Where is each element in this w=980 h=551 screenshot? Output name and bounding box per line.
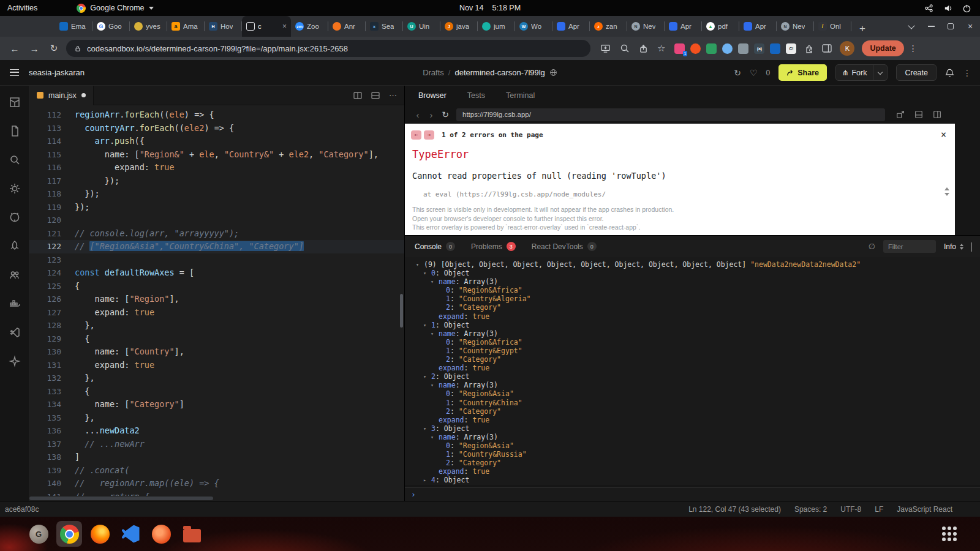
tab-search-icon[interactable]: [902, 16, 921, 37]
console-line[interactable]: 1: "Country&Russia": [416, 450, 980, 459]
code-line[interactable]: 137 // ...newArr: [29, 438, 404, 451]
share-icon[interactable]: [639, 44, 648, 53]
console-filter-input[interactable]: [883, 240, 936, 253]
like-heart-icon[interactable]: ♡: [750, 68, 758, 78]
extension-icon[interactable]: [738, 43, 748, 54]
console-output[interactable]: ▾ (9) [Object, Object, Object, Object, O…: [405, 257, 980, 485]
disclosure-arrow-icon[interactable]: ▾: [423, 321, 431, 329]
extension-icon[interactable]: [690, 43, 701, 54]
open-external-icon[interactable]: [896, 110, 905, 119]
overlay-scrollbar[interactable]: [944, 187, 949, 196]
code-line[interactable]: 126 name: ["Region"],: [29, 293, 404, 306]
log-level-select[interactable]: Info: [944, 242, 963, 251]
browser-tab[interactable]: ▲ pdf: [702, 16, 739, 37]
extensions-puzzle-icon[interactable]: [804, 43, 814, 53]
console-line[interactable]: expand: true: [416, 416, 980, 424]
browser-tab[interactable]: jum: [478, 16, 515, 37]
files-icon[interactable]: [179, 521, 205, 547]
browser-tab[interactable]: Apr: [739, 16, 777, 37]
code-line[interactable]: 132 },: [29, 372, 404, 385]
console-line[interactable]: expand: true: [416, 312, 980, 321]
gimp-icon[interactable]: G: [26, 521, 51, 547]
preview-tab[interactable]: Terminal: [506, 91, 535, 100]
extension-icon[interactable]: (a): [754, 43, 764, 54]
split-right-icon[interactable]: [933, 110, 941, 119]
code-line[interactable]: 122 // ["Region&Asia","Country&China", "…: [29, 240, 404, 253]
code-line[interactable]: 136 ...newData2: [29, 424, 404, 438]
search-icon[interactable]: [3, 148, 26, 171]
collapse-panel-icon[interactable]: [971, 242, 972, 251]
console-line[interactable]: expand: true: [416, 364, 980, 372]
console-line[interactable]: ▾ 0: Object: [416, 269, 980, 277]
console-line[interactable]: 0: "Region&Africa": [416, 286, 980, 294]
settings-gear-icon[interactable]: [3, 177, 26, 200]
new-tab-button[interactable]: +: [854, 21, 870, 37]
code-line[interactable]: 128 },: [29, 319, 404, 332]
extension-icon[interactable]: 1: [674, 43, 685, 54]
prev-error-button[interactable]: ←: [411, 130, 421, 140]
lock-icon[interactable]: [74, 45, 81, 53]
console-line[interactable]: 2: "Category": [416, 355, 980, 364]
browser-tab[interactable]: z zan: [590, 16, 627, 37]
code-line[interactable]: 123: [29, 253, 404, 267]
fork-main[interactable]: ⋔ Fork: [836, 68, 873, 77]
code-line[interactable]: 119 });: [29, 201, 404, 214]
firefox-icon[interactable]: [87, 521, 113, 547]
console-line[interactable]: ▾ name: Array(3): [416, 433, 980, 441]
eol-type[interactable]: LF: [875, 505, 883, 514]
disclosure-arrow-icon[interactable]: ▾: [431, 433, 439, 441]
code-line[interactable]: 125 {: [29, 280, 404, 293]
console-line[interactable]: 2: "Category": [416, 459, 980, 467]
app-menu[interactable]: Google Chrome: [77, 4, 153, 13]
notifications-bell-icon[interactable]: [945, 68, 954, 78]
overlay-close-icon[interactable]: ×: [941, 129, 946, 140]
next-error-button[interactable]: →: [424, 130, 434, 140]
browser-tab[interactable]: / Onl: [814, 16, 851, 37]
browser-menu-icon[interactable]: ⋮: [909, 43, 918, 53]
code-line[interactable]: 121 // console.log(arr, "arrayyyyy");: [29, 227, 404, 241]
header-menu-icon[interactable]: ⋮: [963, 68, 971, 78]
deploy-rocket-icon[interactable]: [3, 234, 26, 258]
extension-icon[interactable]: C!: [786, 43, 796, 54]
install-icon[interactable]: [600, 44, 611, 53]
language-mode[interactable]: JavaScript React: [897, 505, 952, 514]
disclosure-arrow-icon[interactable]: ▾: [431, 381, 439, 389]
show-apps-grid-icon[interactable]: [942, 527, 957, 541]
code-line[interactable]: 133 {: [29, 385, 404, 399]
disclosure-arrow-icon[interactable]: ▾: [423, 372, 431, 381]
preview-tab[interactable]: Browser: [418, 91, 447, 100]
editor-tab-mainjsx[interactable]: main.jsx: [29, 86, 94, 105]
browser-tab[interactable]: yves: [130, 16, 167, 37]
console-line[interactable]: ▾ name: Array(3): [416, 277, 980, 286]
side-panel-icon[interactable]: [822, 44, 832, 53]
console-line[interactable]: 2: "Category": [416, 407, 980, 416]
code-line[interactable]: 129 {: [29, 332, 404, 346]
code-line[interactable]: 127 expand: true: [29, 306, 404, 320]
browser-tab[interactable]: x Sea: [366, 16, 403, 37]
browser-tab[interactable]: U Uin: [403, 16, 440, 37]
url-text[interactable]: codesandbox.io/s/determined-carson-7l99l…: [87, 44, 348, 53]
browser-tab[interactable]: Apr: [665, 16, 702, 37]
code-line[interactable]: 116 expand: true: [29, 161, 404, 174]
code-line[interactable]: 141 // return {: [29, 490, 404, 497]
code-line[interactable]: 124 const defaultRowAxes = [: [29, 266, 404, 280]
extension-icon[interactable]: [706, 43, 717, 54]
split-view-icon[interactable]: [353, 92, 362, 99]
browser-tab[interactable]: Ema: [55, 16, 92, 37]
console-line[interactable]: 0: "Region&Asia": [416, 441, 980, 450]
project-title[interactable]: determined-carson-7l99lg: [454, 68, 545, 77]
code-line[interactable]: 134 name: ["Category"]: [29, 398, 404, 411]
code-line[interactable]: 140 // regionArr.map((ele) => {: [29, 477, 404, 490]
visibility-globe-icon[interactable]: [549, 69, 557, 77]
browser-tab[interactable]: N Nev: [777, 16, 814, 37]
codesandbox-logo-icon[interactable]: [3, 91, 26, 114]
browser-tab[interactable]: W Wo: [515, 16, 552, 37]
split-bottom-icon[interactable]: [914, 110, 923, 119]
code-line[interactable]: 112 regionArr.forEach((ele) => {: [29, 108, 404, 122]
extension-icon[interactable]: [722, 43, 733, 54]
back-button[interactable]: ←: [5, 43, 24, 54]
power-icon[interactable]: [962, 4, 971, 13]
editor-vertical-scrollbar[interactable]: [400, 294, 403, 328]
preview-forward-icon[interactable]: ›: [424, 110, 438, 120]
code-line[interactable]: 115 name: ["Region&" + ele, "Country&" +…: [29, 148, 404, 162]
